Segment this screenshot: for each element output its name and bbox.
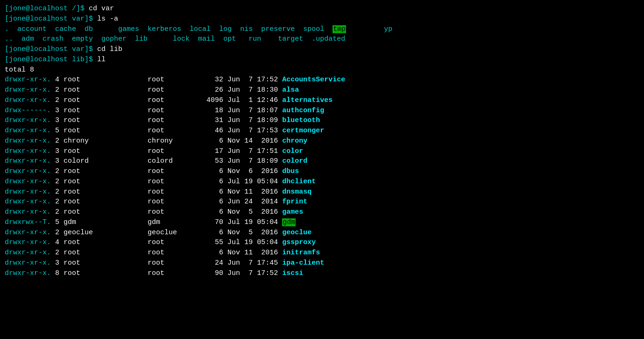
ls-row-2: .. adm crash empty gopher lib lock mail … — [5, 34, 639, 44]
command-line-4: [jone@localhost lib]$ ll — [5, 55, 639, 65]
ll-row-dbus: drwxr-xr-x. 2 root root 6 Nov 6 2016 dbu… — [5, 166, 639, 177]
ll-row-colord: drwxr-xr-x. 3 colord colord 53 Jun 7 18:… — [5, 156, 639, 166]
command-line-3: [jone@localhost var]$ cd lib — [5, 44, 639, 55]
ll-row-alsa: drwxr-xr-x. 2 root root 26 Jun 7 18:30 a… — [5, 85, 639, 95]
ll-row-gssproxy: drwxr-xr-x. 4 root root 55 Jul 19 05:04 … — [5, 238, 639, 248]
ll-row-dnsmasq: drwxr-xr-x. 2 root root 6 Nov 11 2016 dn… — [5, 187, 639, 197]
ll-row-alternatives: drwxr-xr-x. 2 root root 4096 Jul 1 12:46… — [5, 95, 639, 106]
terminal: [jone@localhost /]$ cd var [jone@localho… — [5, 4, 639, 278]
tmp-highlight: tmp — [333, 25, 346, 33]
gdm-highlight: gdm — [282, 218, 296, 226]
ll-row-color: drwxr-xr-x. 3 root root 17 Jun 7 17:51 c… — [5, 146, 639, 157]
ll-row-AccountsService: drwxr-xr-x. 4 root root 32 Jun 7 17:52 A… — [5, 75, 639, 85]
command-line-1: [jone@localhost /]$ cd var — [5, 4, 639, 14]
ll-row-iscsi: drwxr-xr-x. 8 root root 90 Jun 7 17:52 i… — [5, 268, 639, 279]
total-line: total 8 — [5, 65, 639, 75]
ll-row-authconfig: drwx------. 3 root root 18 Jun 7 18:07 a… — [5, 106, 639, 116]
ll-row-geoclue: drwxr-xr-x. 2 geoclue geoclue 6 Nov 5 20… — [5, 228, 639, 238]
ll-row-dhclient: drwxr-xr-x. 2 root root 6 Jul 19 05:04 d… — [5, 177, 639, 187]
ls-row-1: . account cache db games kerberos local … — [5, 24, 639, 35]
command-line-2: [jone@localhost var]$ ls -a — [5, 14, 639, 24]
ll-row-gdm: drwxrwx--T. 5 gdm gdm 70 Jul 19 05:04 gd… — [5, 217, 639, 228]
ll-row-chrony: drwxr-xr-x. 2 chrony chrony 6 Nov 14 201… — [5, 136, 639, 146]
ll-row-certmonger: drwxr-xr-x. 5 root root 46 Jun 7 17:53 c… — [5, 126, 639, 136]
ll-row-fprint: drwxr-xr-x. 2 root root 6 Jun 24 2014 fp… — [5, 197, 639, 207]
ll-row-bluetooth: drwxr-xr-x. 3 root root 31 Jun 7 18:09 b… — [5, 115, 639, 126]
ll-row-ipa-client: drwxr-xr-x. 3 root root 24 Jun 7 17:45 i… — [5, 258, 639, 268]
ll-row-initramfs: drwxr-xr-x. 2 root root 6 Nov 11 2016 in… — [5, 248, 639, 258]
ll-row-games: drwxr-xr-x. 2 root root 6 Nov 5 2016 gam… — [5, 207, 639, 217]
